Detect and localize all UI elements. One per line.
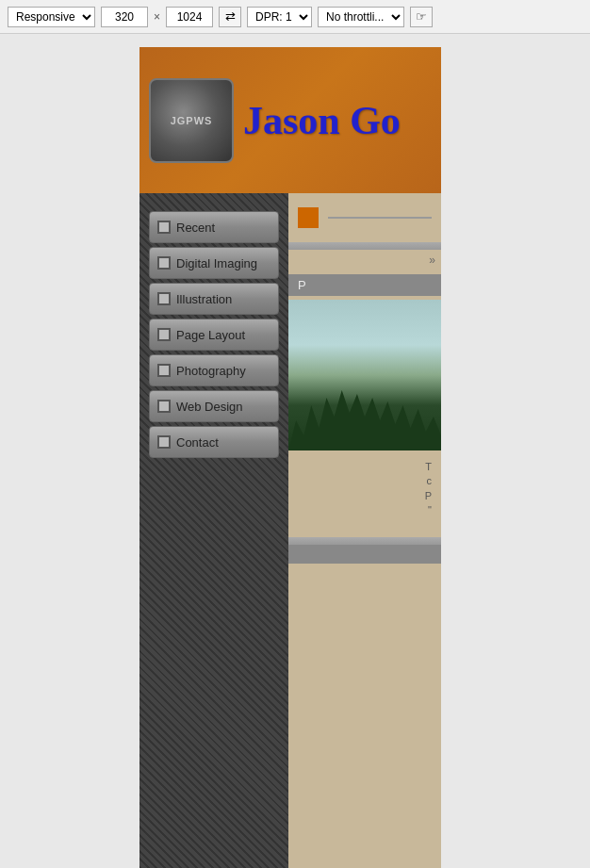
responsive-select[interactable]: Responsive — [8, 7, 95, 27]
browser-frame: JGPWS Jason Go Recent Digital Imaging Il… — [139, 47, 441, 868]
nav-item-photography[interactable]: Photography — [149, 354, 279, 386]
logo-text: JGPWS — [171, 115, 213, 126]
photo-scene — [288, 300, 441, 450]
height-input[interactable] — [166, 7, 213, 27]
touch-button[interactable]: ☞ — [410, 7, 433, 27]
orange-square-icon — [298, 207, 319, 228]
bottom-bar — [288, 545, 441, 564]
nav-checkbox-web-design — [157, 400, 171, 413]
photo-trees — [288, 375, 441, 450]
nav-item-web-design[interactable]: Web Design — [149, 390, 279, 422]
nav-label-illustration: Illustration — [176, 292, 232, 306]
photo-thumbnail — [288, 300, 441, 450]
dimension-separator: × — [154, 10, 160, 24]
nav-checkbox-illustration — [157, 292, 171, 305]
content-area: » P T c P " — [288, 193, 441, 868]
main-area: Recent Digital Imaging Illustration Page… — [139, 193, 441, 868]
toolbar: Responsive × ⇄ DPR: 1 No throttli... ☞ — [0, 0, 590, 34]
throttle-select[interactable]: No throttli... — [318, 7, 404, 27]
content-top — [288, 193, 441, 242]
text-line-4: " — [298, 503, 432, 517]
nav-checkbox-digital-imaging — [157, 256, 171, 270]
nav-label-photography: Photography — [176, 364, 246, 378]
nav-item-illustration[interactable]: Illustration — [149, 283, 279, 315]
nav-label-page-layout: Page Layout — [176, 328, 245, 342]
portfolio-label: P — [298, 278, 306, 292]
nav-checkbox-contact — [157, 435, 171, 449]
site-logo: JGPWS — [149, 78, 234, 163]
nav-label-contact: Contact — [176, 435, 219, 450]
sidebar: Recent Digital Imaging Illustration Page… — [139, 193, 288, 868]
nav-checkbox-page-layout — [157, 328, 171, 341]
width-input[interactable] — [101, 7, 148, 27]
dpr-select[interactable]: DPR: 1 — [247, 7, 312, 27]
text-line-3: P — [298, 489, 432, 503]
site-title: Jason Go — [243, 98, 401, 143]
nav-checkbox-photography — [157, 364, 171, 377]
nav-label-web-design: Web Design — [176, 400, 243, 414]
separator-bar-top — [288, 242, 441, 250]
nav-item-contact[interactable]: Contact — [149, 426, 279, 458]
nav-item-digital-imaging[interactable]: Digital Imaging — [149, 247, 279, 279]
site-header: JGPWS Jason Go — [139, 47, 441, 193]
nav-item-recent[interactable]: Recent — [149, 211, 279, 243]
nav-label-recent: Recent — [176, 221, 215, 235]
nav-item-page-layout[interactable]: Page Layout — [149, 319, 279, 351]
nav-label-digital-imaging: Digital Imaging — [176, 256, 257, 270]
text-line-2: c — [298, 474, 432, 488]
text-content: T c P " — [288, 450, 441, 528]
nav-checkbox-recent — [157, 221, 171, 234]
chevron-row: » — [288, 250, 441, 270]
rotate-button[interactable]: ⇄ — [219, 7, 241, 27]
content-divider-line — [328, 217, 432, 219]
separator-bar-bottom — [288, 537, 441, 545]
chevron-text: » — [429, 254, 435, 267]
text-line-1: T — [298, 460, 432, 474]
portfolio-bar: P — [288, 274, 441, 296]
